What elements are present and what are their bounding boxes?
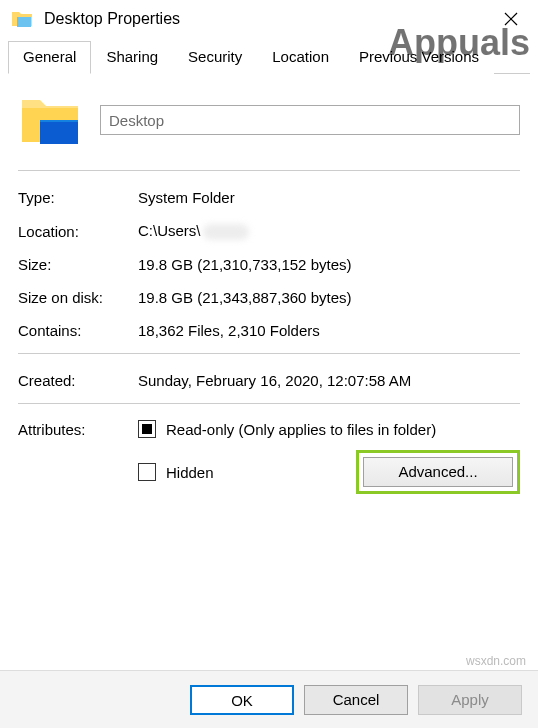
sizeondisk-value: 19.8 GB (21,343,887,360 bytes) <box>138 289 351 306</box>
type-label: Type: <box>18 189 138 206</box>
cancel-button[interactable]: Cancel <box>304 685 408 715</box>
checkbox-indeterminate-icon <box>142 424 152 434</box>
watermark-site: wsxdn.com <box>466 654 526 668</box>
folder-large-icon <box>20 94 80 146</box>
svg-rect-3 <box>40 120 78 144</box>
window-title: Desktop Properties <box>44 10 488 28</box>
hidden-label: Hidden <box>166 464 214 481</box>
divider <box>18 170 520 171</box>
location-value: C:\Users\ <box>138 222 249 240</box>
advanced-button[interactable]: Advanced... <box>363 457 513 487</box>
svg-rect-4 <box>40 120 78 122</box>
close-button[interactable] <box>488 4 534 34</box>
tab-location[interactable]: Location <box>257 41 344 74</box>
created-value: Sunday, February 16, 2020, 12:07:58 AM <box>138 372 411 389</box>
titlebar: Desktop Properties <box>0 0 538 38</box>
properties-dialog: Desktop Properties General Sharing Secur… <box>0 0 538 728</box>
divider <box>18 403 520 404</box>
attributes-label: Attributes: <box>18 421 138 438</box>
close-icon <box>504 12 518 26</box>
dialog-footer: OK Cancel Apply <box>0 670 538 728</box>
hidden-checkbox[interactable] <box>138 463 156 481</box>
folder-icon <box>12 10 32 28</box>
tab-bar: General Sharing Security Location Previo… <box>0 38 538 74</box>
location-label: Location: <box>18 223 138 240</box>
tab-sharing[interactable]: Sharing <box>91 41 173 74</box>
created-label: Created: <box>18 372 138 389</box>
contains-label: Contains: <box>18 322 138 339</box>
tab-general[interactable]: General <box>8 41 91 74</box>
sizeondisk-label: Size on disk: <box>18 289 138 306</box>
type-value: System Folder <box>138 189 235 206</box>
tab-previous-versions[interactable]: Previous Versions <box>344 41 494 74</box>
tab-content-general: Type: System Folder Location: C:\Users\ … <box>0 74 538 494</box>
readonly-label: Read-only (Only applies to files in fold… <box>166 421 436 438</box>
tab-security[interactable]: Security <box>173 41 257 74</box>
name-input[interactable] <box>100 105 520 135</box>
size-label: Size: <box>18 256 138 273</box>
apply-button: Apply <box>418 685 522 715</box>
readonly-checkbox[interactable] <box>138 420 156 438</box>
advanced-highlight: Advanced... <box>356 450 520 494</box>
divider <box>18 353 520 354</box>
ok-button[interactable]: OK <box>190 685 294 715</box>
contains-value: 18,362 Files, 2,310 Folders <box>138 322 320 339</box>
size-value: 19.8 GB (21,310,733,152 bytes) <box>138 256 351 273</box>
svg-rect-0 <box>17 17 31 27</box>
